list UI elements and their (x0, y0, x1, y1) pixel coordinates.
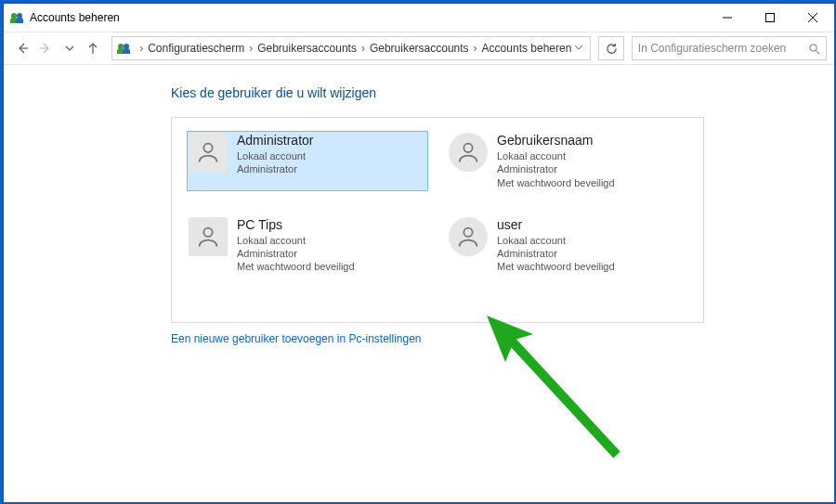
account-role: Administrator (237, 247, 355, 260)
account-name: user (497, 217, 615, 232)
nav-forward-button[interactable] (35, 37, 58, 59)
user-accounts-app-icon (116, 41, 131, 56)
nav-back-button[interactable] (11, 37, 33, 59)
account-item-pc-tips[interactable]: PC Tips Lokaal account Administrator Met… (187, 215, 428, 276)
chevron-right-icon: › (249, 42, 253, 55)
window-controls (706, 4, 834, 32)
content-area: Kies de gebruiker die u wilt wijzigen Ad… (4, 65, 834, 502)
chevron-right-icon: › (139, 42, 143, 55)
avatar-icon (189, 217, 228, 256)
breadcrumb-item[interactable]: Gebruikersaccounts (370, 42, 469, 55)
breadcrumb-item[interactable]: Accounts beheren (482, 42, 572, 55)
chevron-right-icon: › (474, 42, 477, 55)
address-dropdown-icon[interactable] (571, 42, 586, 55)
search-input[interactable]: In Configuratiescherm zoeken (632, 36, 827, 60)
svg-point-11 (203, 228, 212, 237)
breadcrumb-item[interactable]: Gebruikersaccounts (257, 42, 357, 55)
account-type: Lokaal account (237, 234, 355, 247)
account-details: Gebruikersnaam Lokaal account Administra… (497, 133, 615, 189)
nav-recent-dropdown[interactable] (59, 37, 81, 59)
breadcrumb-item[interactable]: Configuratiescherm (148, 42, 244, 55)
svg-line-14 (505, 334, 617, 455)
account-details: user Lokaal account Administrator Met wa… (497, 217, 615, 274)
account-type: Lokaal account (237, 149, 313, 162)
account-item-gebruikersnaam[interactable]: Gebruikersnaam Lokaal account Administra… (447, 131, 688, 191)
navigation-bar: › Configuratiescherm › Gebruikersaccount… (4, 32, 834, 65)
search-placeholder: In Configuratiescherm zoeken (638, 42, 808, 55)
accounts-list: Administrator Lokaal account Administrat… (171, 117, 704, 323)
close-button[interactable] (791, 4, 834, 32)
account-details: PC Tips Lokaal account Administrator Met… (237, 217, 355, 274)
chevron-right-icon: › (361, 42, 365, 55)
avatar-icon (189, 133, 228, 172)
address-bar[interactable]: › Configuratiescherm › Gebruikersaccount… (111, 36, 591, 60)
page-heading: Kies de gebruiker die u wilt wijzigen (171, 85, 834, 100)
account-type: Lokaal account (497, 149, 615, 162)
avatar-icon (449, 217, 488, 256)
account-role: Administrator (497, 247, 615, 260)
account-type: Lokaal account (497, 234, 615, 247)
account-name: Administrator (237, 133, 313, 148)
svg-marker-15 (487, 316, 533, 362)
svg-line-8 (816, 50, 819, 54)
svg-point-10 (464, 144, 472, 152)
account-name: Gebruikersnaam (497, 133, 615, 148)
nav-up-button[interactable] (83, 37, 105, 59)
svg-point-12 (464, 228, 472, 237)
refresh-button[interactable] (598, 36, 624, 60)
account-item-user[interactable]: user Lokaal account Administrator Met wa… (447, 215, 688, 276)
annotation-arrow-icon (468, 306, 635, 473)
account-password: Met wachtwoord beveiligd (237, 260, 355, 273)
account-role: Administrator (237, 162, 313, 175)
account-details: Administrator Lokaal account Administrat… (237, 133, 313, 176)
window-title: Accounts beheren (30, 11, 120, 24)
minimize-button[interactable] (706, 4, 749, 32)
avatar-icon (449, 133, 488, 172)
account-role: Administrator (497, 162, 615, 175)
account-password: Met wachtwoord beveiligd (497, 176, 615, 189)
svg-rect-1 (766, 14, 775, 22)
search-icon (808, 43, 820, 55)
account-password: Met wachtwoord beveiligd (497, 260, 615, 273)
add-user-link[interactable]: Een nieuwe gebruiker toevoegen in Pc-ins… (171, 332, 422, 345)
svg-point-7 (810, 44, 816, 50)
control-panel-window: Accounts beheren (3, 3, 835, 503)
account-item-administrator[interactable]: Administrator Lokaal account Administrat… (187, 131, 428, 191)
user-accounts-app-icon (9, 10, 24, 25)
titlebar: Accounts beheren (4, 4, 834, 32)
titlebar-left: Accounts beheren (9, 10, 120, 25)
svg-point-9 (203, 144, 212, 152)
account-name: PC Tips (237, 217, 355, 232)
maximize-button[interactable] (749, 4, 791, 32)
